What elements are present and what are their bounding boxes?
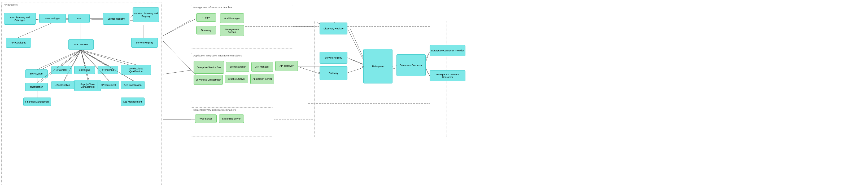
node-eprofessional[interactable]: eProfessional Qualification (121, 65, 151, 75)
node-etendering[interactable]: eTendering (98, 66, 118, 74)
node-geo-localization[interactable]: Geo-Localization (121, 81, 145, 89)
node-web-server[interactable]: Web Server (195, 115, 217, 123)
node-serverless[interactable]: Serverless Orchestrater (194, 75, 223, 85)
node-ds-connector-provider[interactable]: Dataspace Connector Provider (430, 45, 465, 56)
node-app-server[interactable]: Application Server (250, 74, 274, 84)
node-api-catalogue-top[interactable]: API Catalogue (39, 14, 66, 23)
node-api-manager[interactable]: API Manager (251, 62, 273, 72)
node-logger[interactable]: Logger (196, 13, 216, 22)
svg-line-47 (163, 20, 191, 36)
node-service-registry-ds[interactable]: Service Registry (319, 52, 347, 64)
node-event-manager[interactable]: Event Manager (226, 62, 249, 72)
api-enablers-group: API Enablers (1, 2, 162, 185)
node-api-catalogue-bottom[interactable]: API Catalogue (6, 38, 31, 48)
management-infra-label: Management Infrastructure Enablers (193, 6, 232, 9)
node-dataspace-connector[interactable]: Dataspace Connector (397, 54, 426, 76)
diagram-container: API Enablers API Discovery and Catalogue… (0, 0, 868, 190)
app-integration-label: Application Integration Infrastructure E… (193, 54, 242, 57)
svg-line-48 (163, 70, 191, 74)
node-dataspace[interactable]: Dataspace (363, 49, 393, 84)
node-api-gateway[interactable]: API Gateway (275, 61, 298, 71)
node-enotification[interactable]: eNotification (25, 83, 48, 91)
node-epayment[interactable]: ePayment (52, 66, 72, 74)
node-einvoicing[interactable]: eInvoicing (74, 66, 95, 74)
node-audit-manager[interactable]: Audit Manager (220, 13, 244, 23)
node-graphql[interactable]: GraphQL Server (225, 75, 248, 83)
content-delivery-label: Content Delivery Infrastructure Enablers (193, 109, 236, 111)
node-service-discovery[interactable]: Service Discovery and Registry (133, 7, 159, 22)
node-supply-chain[interactable]: Supply Chain Management (74, 80, 101, 91)
node-ds-connector-consumer[interactable]: Dataspace Connector Consumer (430, 70, 465, 81)
node-financial-mgmt[interactable]: Financial Management (23, 97, 51, 106)
node-discovery-registry[interactable]: Discovery Registry (319, 23, 347, 34)
node-service-registry-bottom[interactable]: Service Registry (131, 38, 158, 48)
node-gateway[interactable]: Gateway (319, 66, 347, 80)
node-api-top[interactable]: API (68, 14, 90, 23)
node-erp-system[interactable]: ERP System (25, 69, 48, 78)
node-streaming-server[interactable]: Streaming Server (219, 115, 244, 123)
node-eprocurement[interactable]: eProcurement (98, 81, 119, 89)
node-esb[interactable]: Enterprise Service Bus (194, 61, 224, 74)
node-mgmt-console[interactable]: Management Console (220, 25, 244, 36)
node-log-mgmt[interactable]: Log Management (121, 97, 145, 106)
node-web-service[interactable]: Web Service (68, 39, 94, 50)
api-enablers-label: API Enablers (4, 3, 18, 6)
node-equalification[interactable]: eQualification (52, 81, 74, 89)
node-api-discovery[interactable]: API Discovery and Catalogue (4, 13, 36, 25)
node-service-registry-top[interactable]: Service Registry (103, 13, 129, 25)
node-telemetry[interactable]: Telemetry (196, 26, 216, 34)
